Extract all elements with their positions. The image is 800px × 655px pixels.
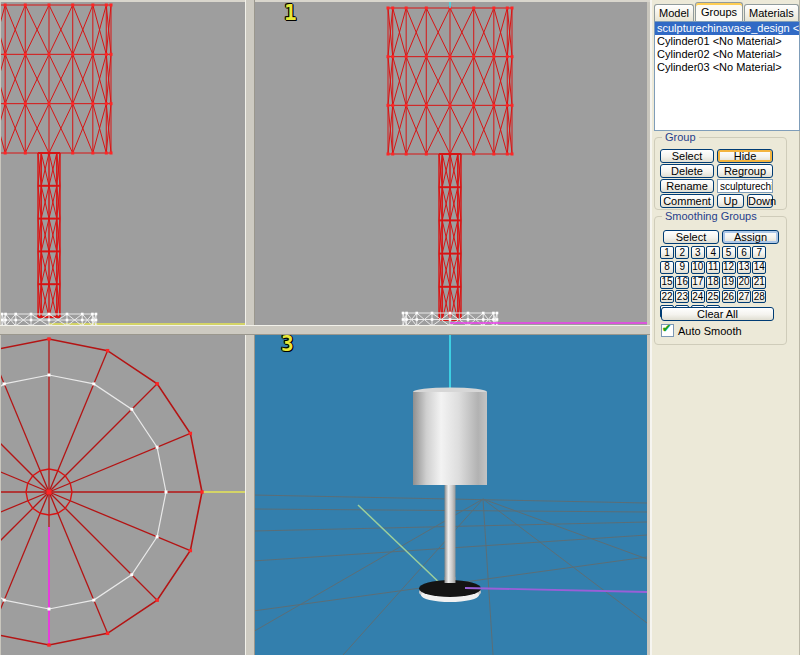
tab-model[interactable]: Model	[654, 4, 694, 21]
smoothing-group-7-button[interactable]: 7	[752, 246, 766, 259]
viewport-number-label: 1	[284, 3, 297, 23]
tab-materials[interactable]: Materials	[744, 4, 799, 21]
smoothing-group-14-button[interactable]: 14	[752, 261, 766, 274]
viewport-number-label: 3	[281, 334, 294, 354]
auto-smooth-row: ✔ Auto Smooth	[661, 324, 742, 337]
viewport-grid: 1 3	[0, 0, 650, 655]
smoothing-group-11-button[interactable]: 11	[706, 261, 720, 274]
auto-smooth-label: Auto Smooth	[678, 325, 742, 337]
smoothing-group-17-button[interactable]: 17	[691, 276, 705, 289]
smoothing-group-12-button[interactable]: 12	[722, 261, 736, 274]
smoothing-group-4-button[interactable]: 4	[706, 246, 720, 259]
group-section-title: Group	[662, 131, 699, 143]
smoothing-group-8-button[interactable]: 8	[660, 261, 674, 274]
select-group-button[interactable]: Select	[660, 149, 714, 163]
smoothing-group-6-button[interactable]: 6	[737, 246, 751, 259]
auto-smooth-checkbox[interactable]: ✔	[661, 324, 674, 337]
wireframe-front-zoomed	[1, 2, 245, 325]
smoothing-group-13-button[interactable]: 13	[737, 261, 751, 274]
viewport-splitter-horizontal[interactable]	[0, 325, 650, 335]
smoothing-group-18-button[interactable]: 18	[706, 276, 720, 289]
checkmark-icon: ✔	[662, 322, 671, 335]
rename-button[interactable]: Rename	[660, 179, 714, 193]
tab-groups[interactable]: Groups	[695, 2, 743, 21]
smoothing-group-20-button[interactable]: 20	[737, 276, 751, 289]
smoothing-group-9-button[interactable]: 9	[675, 261, 689, 274]
move-up-button[interactable]: Up	[717, 194, 744, 208]
wireframe-front	[253, 2, 647, 325]
smoothing-group-1-button[interactable]: 1	[660, 246, 674, 259]
group-list-item[interactable]: Cylinder03 <No Material>	[655, 61, 799, 74]
smoothing-group-24-button[interactable]: 24	[691, 290, 705, 303]
delete-button[interactable]: Delete	[660, 164, 714, 178]
smoothing-group-15-button[interactable]: 15	[660, 276, 674, 289]
smoothing-group-19-button[interactable]: 19	[722, 276, 736, 289]
group-section: Group Select Hide Delete Regroup Rename …	[654, 137, 787, 210]
group-list-item[interactable]: Cylinder02 <No Material>	[655, 48, 799, 61]
assign-smoothing-button[interactable]: Assign	[722, 230, 779, 244]
viewport-top-view[interactable]	[1, 333, 245, 655]
smoothing-group-21-button[interactable]: 21	[752, 276, 766, 289]
smoothing-section-title: Smoothing Groups	[662, 210, 760, 222]
smoothing-group-16-button[interactable]: 16	[675, 276, 689, 289]
clear-all-button[interactable]: Clear All	[661, 307, 774, 321]
smoothing-group-22-button[interactable]: 22	[660, 290, 674, 303]
side-panel: ModelGroupsMaterialsJoints sculpturechin…	[650, 0, 800, 655]
viewport-front-zoomed[interactable]	[1, 2, 245, 325]
select-smoothing-button[interactable]: Select	[663, 230, 719, 244]
smoothing-group-3-button[interactable]: 3	[691, 246, 705, 259]
smoothing-group-23-button[interactable]: 23	[675, 290, 689, 303]
smoothing-groups-section: Smoothing Groups Select Assign 123456789…	[654, 216, 787, 345]
comment-button[interactable]: Comment	[660, 194, 714, 208]
smoothing-group-25-button[interactable]: 25	[706, 290, 720, 303]
viewport-3d-perspective[interactable]: 3	[253, 333, 647, 655]
smoothing-group-28-button[interactable]: 28	[752, 290, 766, 303]
hide-button[interactable]: Hide	[717, 149, 773, 163]
smoothing-group-5-button[interactable]: 5	[722, 246, 736, 259]
groups-list[interactable]: sculpturechinavase_design <No MaterCylin…	[654, 21, 800, 131]
tab-bar: ModelGroupsMaterialsJoints	[654, 2, 800, 21]
smoothing-group-10-button[interactable]: 10	[691, 261, 705, 274]
regroup-button[interactable]: Regroup	[717, 164, 773, 178]
group-name-field[interactable]	[717, 179, 773, 193]
group-list-item[interactable]: sculpturechinavase_design <No Mater	[655, 22, 799, 35]
viewport-front[interactable]: 1	[253, 2, 647, 325]
move-down-button[interactable]: Down	[747, 194, 773, 208]
smoothing-group-27-button[interactable]: 27	[737, 290, 751, 303]
group-list-item[interactable]: Cylinder01 <No Material>	[655, 35, 799, 48]
smoothing-group-26-button[interactable]: 26	[722, 290, 736, 303]
smoothing-group-2-button[interactable]: 2	[675, 246, 689, 259]
wireframe-top-view	[1, 333, 245, 655]
shaded-3d-view	[253, 333, 647, 655]
